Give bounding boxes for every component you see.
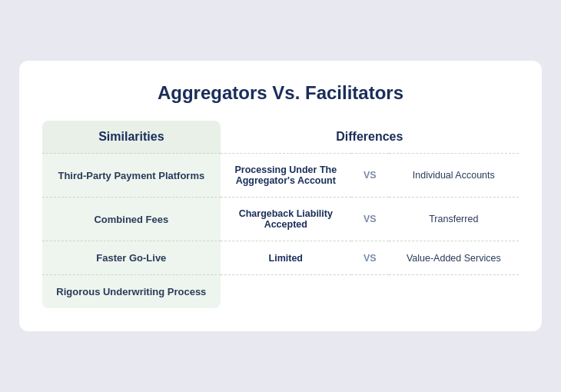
table-row: Rigorous Underwriting Process [42, 275, 519, 309]
vs-cell [351, 275, 389, 309]
similarity-cell: Third-Party Payment Platforms [42, 154, 221, 198]
table-header-row: Similarities Differences [42, 121, 519, 154]
page-title: Aggregators Vs. Facilitators [42, 82, 519, 104]
similarity-cell: Rigorous Underwriting Process [42, 275, 221, 309]
differences-header: Differences [221, 121, 519, 154]
similarity-cell: Faster Go-Live [42, 241, 221, 275]
facilitator-cell: Transferred [389, 198, 519, 241]
comparison-table: Similarities Differences Third-Party Pay… [42, 121, 519, 308]
similarity-cell: Combined Fees [42, 198, 221, 241]
aggregator-cell: Processing Under The Aggregator's Accoun… [221, 154, 351, 198]
aggregator-cell: Chargeback Liability Accepted [221, 198, 351, 241]
table-body: Third-Party Payment PlatformsProcessing … [42, 154, 519, 309]
table-row: Combined FeesChargeback Liability Accept… [42, 198, 519, 241]
similarities-header: Similarities [42, 121, 221, 154]
vs-cell: VS [351, 198, 389, 241]
table-row: Third-Party Payment PlatformsProcessing … [42, 154, 519, 198]
facilitator-cell: Value-Added Services [389, 241, 519, 275]
aggregator-cell [221, 275, 351, 309]
facilitator-cell: Individual Accounts [389, 154, 519, 198]
vs-cell: VS [351, 241, 389, 275]
table-row: Faster Go-LiveLimitedVSValue-Added Servi… [42, 241, 519, 275]
facilitator-cell [389, 275, 519, 309]
main-card: Aggregators Vs. Facilitators Similaritie… [19, 61, 542, 331]
vs-cell: VS [351, 154, 389, 198]
aggregator-cell: Limited [221, 241, 351, 275]
